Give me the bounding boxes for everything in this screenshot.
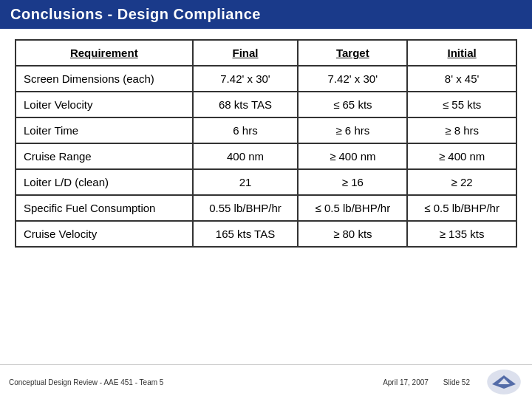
cell-target-3: ≥ 400 nm bbox=[298, 143, 407, 169]
table-row: Screen Dimensions (each)7.42' x 30'7.42'… bbox=[16, 66, 516, 92]
cell-requirement-1: Loiter Velocity bbox=[16, 92, 193, 117]
cell-requirement-6: Cruise Velocity bbox=[16, 221, 193, 247]
table-header-row: Requirement Final Target Initial bbox=[16, 40, 516, 66]
cell-initial-3: ≥ 400 nm bbox=[407, 143, 516, 169]
footer-logo bbox=[485, 368, 523, 396]
main-content: Requirement Final Target Initial Screen … bbox=[0, 29, 532, 253]
page-title: Conclusions - Design Compliance bbox=[0, 0, 532, 29]
cell-final-5: 0.55 lb/BHP/hr bbox=[193, 195, 299, 221]
table-row: Loiter L/D (clean)21≥ 16≥ 22 bbox=[16, 169, 516, 195]
footer-date: April 17, 2007 bbox=[383, 378, 429, 386]
col-header-requirement: Requirement bbox=[16, 40, 193, 66]
table-row: Cruise Range400 nm≥ 400 nm≥ 400 nm bbox=[16, 143, 516, 169]
table-row: Loiter Time6 hrs≥ 6 hrs≥ 8 hrs bbox=[16, 117, 516, 143]
table-row: Loiter Velocity68 kts TAS≤ 65 kts≤ 55 kt… bbox=[16, 92, 516, 117]
cell-requirement-3: Cruise Range bbox=[16, 143, 193, 169]
cell-target-6: ≥ 80 kts bbox=[298, 221, 407, 247]
cell-requirement-0: Screen Dimensions (each) bbox=[16, 66, 193, 92]
cell-requirement-4: Loiter L/D (clean) bbox=[16, 169, 193, 195]
cell-initial-4: ≥ 22 bbox=[407, 169, 516, 195]
cell-initial-0: 8' x 45' bbox=[407, 66, 516, 92]
cell-target-4: ≥ 16 bbox=[298, 169, 407, 195]
cell-target-1: ≤ 65 kts bbox=[298, 92, 407, 117]
col-header-initial: Initial bbox=[407, 40, 516, 66]
cell-final-0: 7.42' x 30' bbox=[193, 66, 299, 92]
table-row: Specific Fuel Consumption0.55 lb/BHP/hr≤… bbox=[16, 195, 516, 221]
footer: Conceptual Design Review - AAE 451 - Tea… bbox=[0, 364, 532, 399]
col-header-target: Target bbox=[298, 40, 407, 66]
cell-final-1: 68 kts TAS bbox=[193, 92, 299, 117]
cell-initial-5: ≤ 0.5 lb/BHP/hr bbox=[407, 195, 516, 221]
footer-slide: Slide 52 bbox=[443, 378, 470, 386]
header-title-text: Conclusions - Design Compliance bbox=[10, 6, 261, 22]
footer-right: April 17, 2007 Slide 52 bbox=[383, 368, 523, 396]
cell-target-2: ≥ 6 hrs bbox=[298, 117, 407, 143]
cell-requirement-5: Specific Fuel Consumption bbox=[16, 195, 193, 221]
cell-final-6: 165 kts TAS bbox=[193, 221, 299, 247]
cell-initial-6: ≥ 135 kts bbox=[407, 221, 516, 247]
cell-initial-2: ≥ 8 hrs bbox=[407, 117, 516, 143]
cell-target-0: 7.42' x 30' bbox=[298, 66, 407, 92]
cell-final-3: 400 nm bbox=[193, 143, 299, 169]
footer-left-text: Conceptual Design Review - AAE 451 - Tea… bbox=[9, 378, 163, 386]
cell-requirement-2: Loiter Time bbox=[16, 117, 193, 143]
table-row: Cruise Velocity165 kts TAS≥ 80 kts≥ 135 … bbox=[16, 221, 516, 247]
cell-initial-1: ≤ 55 kts bbox=[407, 92, 516, 117]
cell-final-2: 6 hrs bbox=[193, 117, 299, 143]
cell-final-4: 21 bbox=[193, 169, 299, 195]
compliance-table: Requirement Final Target Initial Screen … bbox=[15, 39, 517, 248]
col-header-final: Final bbox=[193, 40, 299, 66]
cell-target-5: ≤ 0.5 lb/BHP/hr bbox=[298, 195, 407, 221]
